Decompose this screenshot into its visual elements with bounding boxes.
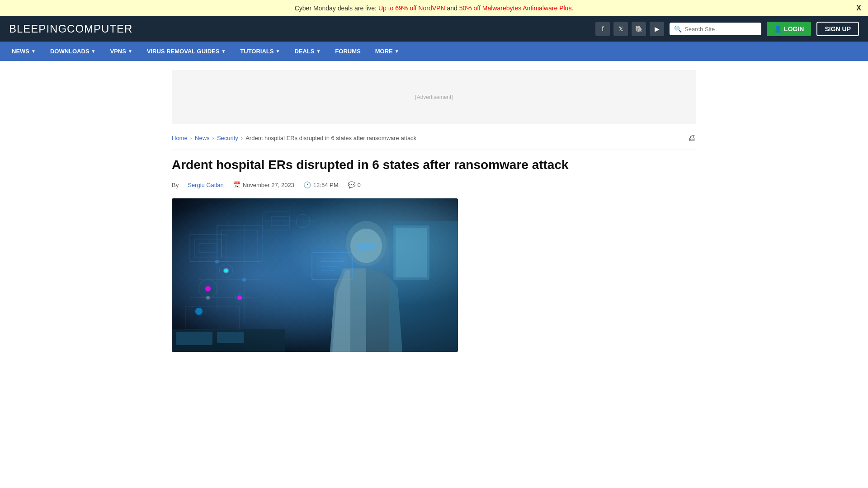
- logo-light: COMPUTER: [67, 23, 132, 35]
- nav-item-deals[interactable]: DEALS ▼: [287, 42, 328, 61]
- article-hero-image: [172, 198, 458, 352]
- main-wrapper: [Advertisement] Home › News › Security ›…: [163, 61, 705, 361]
- mastodon-icon[interactable]: 🐘: [632, 22, 646, 36]
- site-header: BLEEPINGCOMPUTER f 𝕏 🐘 ▶ 🔍 👤 LOGIN SIGN …: [0, 16, 868, 42]
- breadcrumb-sep-3: ›: [241, 135, 243, 141]
- nav-arrow-vpns: ▼: [128, 49, 132, 54]
- nav-arrow-deals: ▼: [316, 49, 321, 54]
- banner-link-nordvpn[interactable]: Up to 69% off NordVPN: [378, 5, 445, 12]
- nav-label-deals: DEALS: [294, 48, 314, 55]
- breadcrumb-security[interactable]: Security: [217, 135, 238, 141]
- nav-label-virus-removal: VIRUS REMOVAL GUIDES: [147, 48, 220, 55]
- breadcrumb-sep-2: ›: [212, 135, 214, 141]
- article-title: Ardent hospital ERs disrupted in 6 state…: [172, 157, 696, 173]
- header-right: f 𝕏 🐘 ▶ 🔍 👤 LOGIN SIGN UP: [595, 22, 859, 36]
- article-comments: 0: [358, 182, 361, 188]
- svg-point-16: [215, 260, 219, 263]
- breadcrumb-home[interactable]: Home: [172, 135, 188, 141]
- nav-arrow-more: ▼: [395, 49, 399, 54]
- nav-item-news[interactable]: NEWS ▼: [5, 42, 43, 61]
- breadcrumb-news[interactable]: News: [195, 135, 210, 141]
- facebook-icon[interactable]: f: [595, 22, 610, 36]
- advertisement-area: [Advertisement]: [172, 70, 696, 124]
- nav-label-forums: FORUMS: [335, 48, 360, 55]
- login-button[interactable]: 👤 LOGIN: [767, 22, 811, 36]
- banner-text-middle: and: [445, 5, 459, 12]
- social-icons: f 𝕏 🐘 ▶: [595, 22, 664, 36]
- nav-label-news: NEWS: [12, 48, 29, 55]
- ad-placeholder-text: [Advertisement]: [415, 94, 453, 100]
- nav-arrow-tutorials: ▼: [275, 49, 280, 54]
- login-label: LOGIN: [784, 25, 804, 33]
- svg-point-27: [224, 269, 228, 272]
- clock-icon: 🕐: [303, 181, 311, 188]
- nav-arrow-downloads: ▼: [91, 49, 96, 54]
- top-banner: Cyber Monday deals are live: Up to 69% o…: [0, 0, 868, 16]
- date-meta: 📅 November 27, 2023: [233, 181, 294, 188]
- svg-rect-43: [176, 332, 212, 345]
- site-logo[interactable]: BLEEPINGCOMPUTER: [9, 23, 132, 35]
- nav-item-more[interactable]: MORE ▼: [368, 42, 406, 61]
- twitter-icon[interactable]: 𝕏: [613, 22, 628, 36]
- breadcrumb: Home › News › Security › Ardent hospital…: [172, 133, 696, 150]
- breadcrumb-sep-1: ›: [190, 135, 192, 141]
- signup-button[interactable]: SIGN UP: [816, 22, 859, 36]
- svg-point-29: [195, 308, 203, 315]
- article-time: 12:54 PM: [313, 182, 339, 188]
- comment-icon: 💬: [348, 181, 355, 188]
- breadcrumb-current: Ardent hospital ERs disrupted in 6 state…: [245, 135, 416, 141]
- svg-point-33: [365, 243, 376, 250]
- author-link[interactable]: Sergiu Gatlan: [188, 182, 224, 188]
- svg-point-18: [206, 296, 210, 300]
- svg-point-28: [237, 296, 242, 300]
- search-box: 🔍: [670, 23, 761, 35]
- svg-rect-44: [217, 332, 244, 343]
- article-meta: By Sergiu Gatlan 📅 November 27, 2023 🕐 1…: [172, 181, 696, 188]
- comments-meta[interactable]: 💬 0: [348, 181, 361, 188]
- svg-point-17: [242, 278, 246, 282]
- nav-label-vpns: VPNS: [110, 48, 126, 55]
- search-input[interactable]: [684, 26, 757, 33]
- svg-rect-36: [396, 228, 427, 277]
- nav-label-tutorials: TUTORIALS: [240, 48, 274, 55]
- logo-bold: BLEEPING: [9, 23, 67, 35]
- nav-arrow-news: ▼: [31, 49, 36, 54]
- calendar-icon: 📅: [233, 181, 241, 188]
- article-date: November 27, 2023: [243, 182, 294, 188]
- login-user-icon: 👤: [774, 25, 782, 33]
- nav-item-virus-removal[interactable]: VIRUS REMOVAL GUIDES ▼: [140, 42, 233, 61]
- article-image-svg: [172, 198, 458, 352]
- main-nav: NEWS ▼ DOWNLOADS ▼ VPNS ▼ VIRUS REMOVAL …: [0, 42, 868, 61]
- banner-text: Cyber Monday deals are live:: [295, 5, 378, 12]
- nav-arrow-virus-removal: ▼: [221, 49, 226, 54]
- youtube-icon[interactable]: ▶: [650, 22, 664, 36]
- print-button[interactable]: 🖨: [688, 133, 696, 143]
- nav-label-more: MORE: [375, 48, 393, 55]
- banner-close-button[interactable]: X: [856, 4, 861, 12]
- nav-item-tutorials[interactable]: TUTORIALS ▼: [233, 42, 287, 61]
- nav-item-forums[interactable]: FORUMS: [328, 42, 368, 61]
- nav-label-downloads: DOWNLOADS: [50, 48, 90, 55]
- author-prefix: By: [172, 182, 179, 188]
- time-meta: 🕐 12:54 PM: [303, 181, 339, 188]
- nav-item-downloads[interactable]: DOWNLOADS ▼: [43, 42, 103, 61]
- search-icon: 🔍: [674, 25, 682, 33]
- svg-point-26: [205, 286, 211, 291]
- banner-link-malwarebytes[interactable]: 50% off Malwarebytes Antimalware Plus.: [459, 5, 574, 12]
- nav-item-vpns[interactable]: VPNS ▼: [103, 42, 139, 61]
